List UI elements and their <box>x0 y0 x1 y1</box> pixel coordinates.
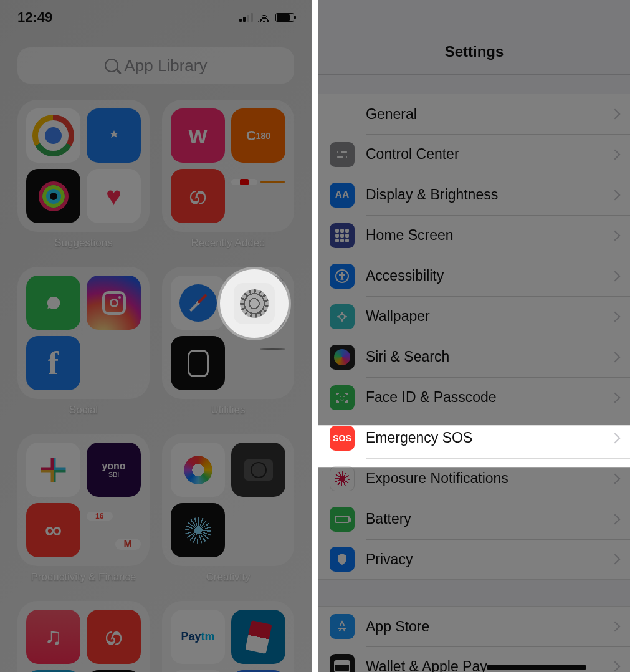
face-id-icon <box>330 385 355 410</box>
svg-point-0 <box>340 112 344 116</box>
app-cluster[interactable] <box>231 503 285 557</box>
chevron-right-icon <box>610 554 621 565</box>
app-watch[interactable] <box>171 336 225 390</box>
svg-point-6 <box>341 272 343 274</box>
app-icon[interactable]: ග <box>87 610 141 664</box>
svg-point-7 <box>340 314 345 319</box>
app-paytm[interactable]: Paytm <box>171 610 225 664</box>
folder-label: Productivity & Finance <box>31 571 136 583</box>
folder-productivity-finance[interactable]: yonoSBI ∞ 16 M Productivity & Finance <box>17 434 150 583</box>
folder-label: Suggestions <box>54 237 113 249</box>
app-facebook[interactable]: f <box>26 336 80 390</box>
nav-title: Settings <box>318 0 630 75</box>
row-wallet-apple-pay[interactable]: Wallet & Apple Pay <box>318 646 630 672</box>
home-screen-icon <box>330 223 355 248</box>
row-display-brightness[interactable]: AA Display & Brightness <box>318 175 630 215</box>
settings-list[interactable]: General Control Center AA Display & Brig… <box>318 94 630 672</box>
chevron-right-icon <box>610 661 621 672</box>
folder-recently-added[interactable]: w C180 ග Recently Added <box>162 100 294 249</box>
app-health[interactable]: ♥ <box>87 169 141 223</box>
chevron-right-icon <box>610 473 621 484</box>
settings-group: General Control Center AA Display & Brig… <box>318 94 630 580</box>
chevron-right-icon <box>610 622 621 632</box>
pane-divider <box>312 0 318 672</box>
app-chrome[interactable] <box>26 108 80 163</box>
row-siri-search[interactable]: Siri & Search <box>318 337 630 377</box>
status-bar: 12:49 <box>0 0 312 35</box>
control-center-icon <box>330 142 355 167</box>
row-battery[interactable]: Battery <box>318 499 630 539</box>
app-slack[interactable] <box>26 443 80 497</box>
app-icon[interactable]: w <box>171 108 225 163</box>
folder-partial[interactable]: Paytm amazon <box>162 601 294 672</box>
gear-icon <box>330 102 355 127</box>
folder-partial[interactable]: ♫ ග primevideo N <box>17 601 150 672</box>
svg-point-8 <box>340 396 341 397</box>
folder-label: Social <box>69 404 98 416</box>
status-icons <box>239 13 294 22</box>
row-emergency-sos[interactable]: SOS Emergency SOS <box>318 418 630 458</box>
search-field[interactable]: App Library <box>17 47 294 84</box>
row-general[interactable]: General <box>318 94 630 134</box>
row-face-id[interactable]: Face ID & Passcode <box>318 377 630 418</box>
row-exposure-notifications[interactable]: Exposure Notifications <box>318 458 630 499</box>
chevron-right-icon <box>610 149 621 160</box>
app-store-icon <box>330 614 355 639</box>
app-yono[interactable]: yonoSBI <box>87 443 141 497</box>
siri-icon <box>330 345 355 370</box>
app-camera[interactable] <box>231 443 285 497</box>
app-cluster[interactable]: 16 M <box>87 503 141 557</box>
wifi-icon <box>258 13 270 22</box>
app-icon[interactable]: ග <box>171 169 225 223</box>
folder-label: Creativity <box>206 571 251 583</box>
chevron-right-icon <box>610 190 621 200</box>
chevron-right-icon <box>610 514 621 524</box>
exposure-icon <box>330 466 355 491</box>
row-home-screen[interactable]: Home Screen <box>318 215 630 256</box>
app-icon[interactable]: C180 <box>231 108 285 163</box>
folder-suggestions[interactable]: ♥ Suggestions <box>17 100 150 249</box>
row-app-store[interactable]: App Store <box>318 606 630 646</box>
display-icon: AA <box>330 183 355 208</box>
folder-social[interactable]: f Social <box>17 267 150 416</box>
svg-point-3 <box>338 150 341 154</box>
sos-icon: SOS <box>330 426 355 451</box>
accessibility-icon <box>330 264 355 289</box>
svg-point-4 <box>343 155 346 159</box>
wallpaper-icon <box>330 304 355 329</box>
app-icon[interactable]: ∞ <box>26 503 80 557</box>
chevron-right-icon <box>610 230 621 241</box>
app-music[interactable]: ♫ <box>26 610 80 664</box>
app-icon[interactable] <box>171 503 225 557</box>
battery-icon <box>275 13 294 22</box>
chevron-right-icon <box>610 352 621 362</box>
app-cluster[interactable] <box>87 336 141 390</box>
app-cluster[interactable] <box>231 336 285 390</box>
folder-label: Utilities <box>211 404 246 416</box>
app-dominos[interactable] <box>231 610 285 664</box>
svg-point-9 <box>343 396 345 397</box>
app-photos[interactable] <box>171 443 225 497</box>
app-safari[interactable] <box>171 276 225 330</box>
chevron-right-icon <box>610 271 621 281</box>
folder-creativity[interactable]: Creativity <box>162 434 294 583</box>
chevron-right-icon <box>610 109 621 120</box>
row-wallpaper[interactable]: Wallpaper <box>318 296 630 337</box>
app-cluster[interactable] <box>231 169 285 223</box>
chevron-right-icon <box>610 311 621 322</box>
app-fitness[interactable] <box>26 169 80 223</box>
highlight-circle <box>220 269 289 338</box>
row-privacy[interactable]: Privacy <box>318 539 630 580</box>
app-settings-highlighted[interactable] <box>234 283 275 324</box>
app-app-store[interactable] <box>87 108 141 163</box>
app-library-screen: 12:49 App Library ♥ Sugg <box>0 0 312 672</box>
folder-grid[interactable]: ♥ Suggestions w C180 ග <box>17 100 294 672</box>
search-placeholder: App Library <box>125 56 208 75</box>
cellular-icon <box>239 13 253 22</box>
side-by-side: 12:49 App Library ♥ Sugg <box>0 0 630 672</box>
row-control-center[interactable]: Control Center <box>318 134 630 175</box>
app-instagram[interactable] <box>87 276 141 330</box>
row-accessibility[interactable]: Accessibility <box>318 256 630 296</box>
settings-group: App Store Wallet & Apple Pay <box>318 606 630 672</box>
app-whatsapp[interactable] <box>26 276 80 330</box>
